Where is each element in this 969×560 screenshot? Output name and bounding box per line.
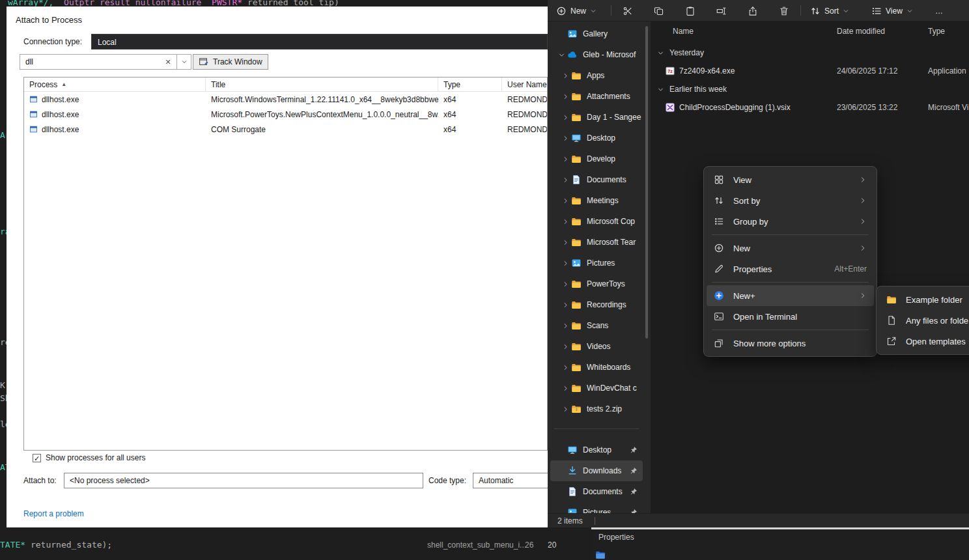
context-menu-item-view[interactable]: View [707,169,874,190]
column-header-date-modified[interactable]: Date modified [837,21,885,41]
context-menu-item-show-more-options[interactable]: Show more options [707,333,874,354]
sidebar-item-downloads-pinned[interactable]: Downloads [550,460,643,481]
sidebar-item-videos[interactable]: Videos [550,336,643,357]
sidebar-item-documents-pinned[interactable]: Documents [550,481,643,502]
sort-button[interactable]: Sort [806,3,854,19]
sidebar-item-gallery[interactable]: Gallery [550,23,643,44]
chevron-right-icon[interactable] [559,406,571,413]
editor-breadcrumb-symbol[interactable]: shell_context_sub_menu_i... [427,540,526,550]
chevron-right-icon[interactable] [559,322,571,329]
chevron-down-icon [657,49,664,57]
copy-button[interactable] [649,3,669,19]
column-header-user[interactable]: User Name [502,77,547,91]
code-fragment: K [0,380,5,390]
submenu-item-example-folder[interactable]: Example folder [879,289,969,310]
rename-button[interactable] [712,3,731,19]
group-header-earlier-this-week[interactable]: Earlier this week [651,80,969,98]
connection-type-combobox[interactable]: Local [91,34,548,49]
chevron-down-icon [657,86,664,93]
context-menu-item-sort-by[interactable]: Sort by [707,190,874,211]
group-by-icon [714,216,724,227]
sidebar-item-day1[interactable]: Day 1 - Sangee [550,107,643,128]
context-menu-item-properties[interactable]: Properties Alt+Enter [707,259,874,279]
chevron-right-icon[interactable] [559,281,571,288]
chevron-right-icon[interactable] [559,72,571,79]
cut-button[interactable] [618,3,638,19]
chevron-right-icon[interactable] [559,260,571,267]
sidebar-item-microsoft-teams[interactable]: Microsoft Tear [550,232,643,253]
column-header-title[interactable]: Title [206,77,438,91]
column-header-type[interactable]: Type [438,77,502,91]
sidebar-item-label: Desktop [583,445,630,455]
clear-filter-icon[interactable]: ✕ [162,55,175,68]
sidebar-item-microsoft-copilot[interactable]: Microsoft Cop [550,211,643,232]
process-row[interactable]: dllhost.exe Microsoft.PowerToys.NewPlusC… [24,107,547,122]
sidebar-item-apps[interactable]: Apps [550,65,643,86]
group-header-yesterday[interactable]: Yesterday [651,44,969,62]
sidebar-item-onedrive[interactable]: Gleb - Microsof [550,44,643,65]
sidebar-item-meetings[interactable]: Meetings [550,190,643,211]
sidebar-item-scans[interactable]: Scans [550,315,643,336]
column-header-name[interactable]: Name [673,21,694,41]
column-header-process[interactable]: Process▲ [24,77,206,91]
chevron-right-icon[interactable] [559,114,571,121]
sidebar-item-windevchat[interactable]: WinDevChat c [550,378,643,399]
chevron-right-icon[interactable] [559,176,571,184]
sidebar-item-powertoys[interactable]: PowerToys [550,273,643,294]
chevron-right-icon[interactable] [559,93,571,100]
delete-button[interactable] [774,3,794,19]
view-button[interactable]: View [867,3,918,19]
process-row[interactable]: dllhost.exe COM Surrogate x64 REDMOND [24,122,547,137]
context-menu-item-new[interactable]: New [707,238,874,259]
filter-dropdown-button[interactable] [177,54,191,70]
chevron-right-icon[interactable] [559,343,571,350]
nav-scrollbar-thumb[interactable] [645,26,648,339]
sidebar-item-whiteboards[interactable]: Whiteboards [550,357,643,378]
chevron-right-icon[interactable] [559,385,571,392]
file-row[interactable]: ChildProcessDebugging (1).vsix 23/06/202… [651,98,969,117]
more-options-button[interactable]: … [929,3,949,19]
sidebar-item-documents[interactable]: Documents [550,169,643,190]
chevron-right-icon [859,244,867,252]
sidebar-item-tests-zip[interactable]: tests 2.zip [550,399,643,419]
chevron-right-icon [859,217,867,225]
paste-button[interactable] [681,3,700,19]
navigation-pane: Gallery Gleb - Microsof Apps Attachments [548,21,645,513]
chevron-down-icon[interactable] [555,51,567,59]
chevron-right-icon[interactable] [559,364,571,371]
vsix-file-icon [665,102,675,113]
column-label: Process [29,80,57,89]
sidebar-item-develop[interactable]: Develop [550,148,643,169]
sidebar-item-attachments[interactable]: Attachments [550,86,643,107]
sidebar-item-recordings[interactable]: Recordings [550,294,643,315]
menu-item-shortcut: Alt+Enter [834,264,867,273]
context-menu-item-group-by[interactable]: Group by [707,211,874,232]
code-type-combobox[interactable]: Automatic [473,473,557,488]
process-filter-input[interactable] [20,54,177,70]
context-menu-item-open-in-terminal[interactable]: Open in Terminal [707,306,874,327]
chevron-right-icon[interactable] [559,239,571,246]
submenu-item-open-templates[interactable]: Open templates [879,331,969,352]
chevron-right-icon[interactable] [559,197,571,204]
sidebar-item-desktop-pinned[interactable]: Desktop [550,440,643,460]
submenu-item-any-files[interactable]: Any files or folde [879,310,969,331]
sidebar-item-label: Scans [587,321,643,330]
context-menu-item-new-plus[interactable]: New+ [707,285,874,306]
chevron-right-icon[interactable] [559,135,571,142]
column-header-type[interactable]: Type [928,21,945,41]
chevron-right-icon[interactable] [559,156,571,163]
new-button[interactable]: New [552,3,601,19]
sidebar-item-pictures[interactable]: Pictures [550,253,643,273]
folder-icon [571,154,582,164]
file-row[interactable]: 7z2409-x64.exe 24/06/2025 17:12 Applicat… [651,62,969,80]
show-all-users-checkbox[interactable]: ✓ [33,454,41,462]
chevron-right-icon[interactable] [559,218,571,225]
attach-to-field[interactable] [64,473,423,488]
sidebar-item-desktop[interactable]: Desktop [550,128,643,148]
track-window-button[interactable]: Track Window [193,54,268,70]
share-button[interactable] [743,3,763,19]
process-row[interactable]: dllhost.exe Microsoft.WindowsTerminal_1.… [24,92,547,107]
report-a-problem-link[interactable]: Report a problem [23,509,84,518]
chevron-right-icon[interactable] [559,301,571,309]
sidebar-item-pictures-pinned[interactable]: Pictures [550,502,643,513]
